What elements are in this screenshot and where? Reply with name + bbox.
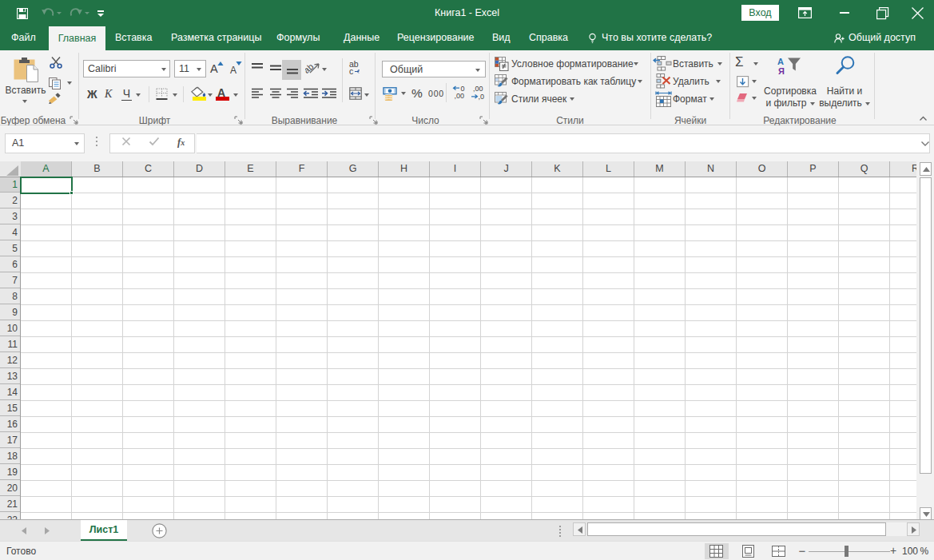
svg-text:,00: ,00 bbox=[455, 92, 465, 100]
svg-text:Я: Я bbox=[778, 66, 785, 75]
svg-text:,0: ,0 bbox=[479, 93, 485, 101]
svg-text:c: c bbox=[349, 66, 353, 75]
svg-text:А: А bbox=[777, 57, 784, 66]
svg-text:,00: ,00 bbox=[473, 85, 483, 93]
